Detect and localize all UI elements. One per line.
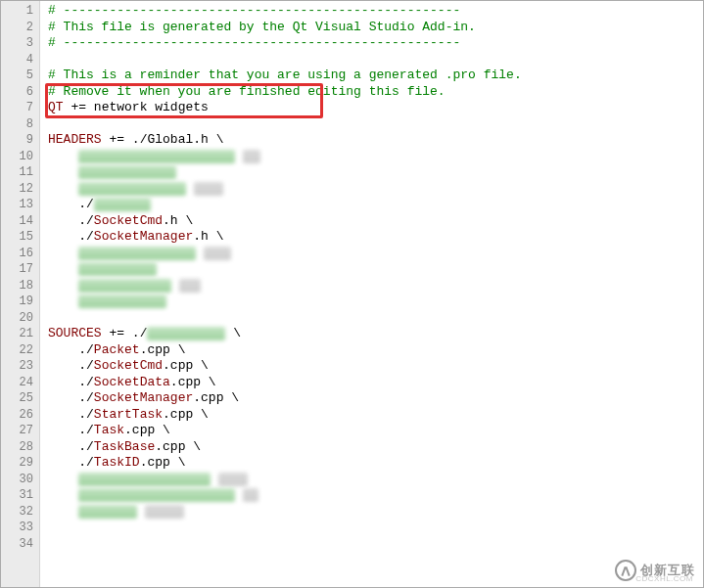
line-number: 27 xyxy=(11,423,33,439)
line-number: 21 xyxy=(11,326,33,342)
variable-name: HEADERS xyxy=(48,132,102,147)
line-number: 5 xyxy=(11,68,33,84)
code-line[interactable] xyxy=(48,520,703,536)
line-number-gutter: 1234567891011121314151617181920212223242… xyxy=(1,1,40,587)
line-number: 23 xyxy=(11,358,33,375)
code-line[interactable] xyxy=(48,294,703,310)
code-line[interactable]: # Remove it when you are finished editin… xyxy=(48,84,703,101)
censored-text xyxy=(78,262,157,276)
censored-text xyxy=(78,279,171,293)
watermark-sub: CDCXHL.COM xyxy=(635,574,693,583)
watermark-logo-icon xyxy=(615,560,636,581)
censored-text xyxy=(243,150,260,163)
line-number: 2 xyxy=(11,20,33,36)
comment-text: # This is a reminder that you are using … xyxy=(48,68,522,82)
line-number: 25 xyxy=(11,390,33,407)
line-number: 26 xyxy=(11,407,33,424)
censored-text xyxy=(78,182,186,196)
code-line[interactable] xyxy=(48,181,703,198)
censored-text xyxy=(204,247,231,260)
code-line[interactable] xyxy=(48,487,703,504)
censored-text xyxy=(145,505,184,519)
censored-text xyxy=(78,165,176,179)
code-line[interactable]: HEADERS += ./Global.h \ xyxy=(48,132,703,149)
value: network widgets xyxy=(94,100,209,114)
line-number: 24 xyxy=(11,375,33,391)
code-line[interactable]: ./SocketCmd.h \ xyxy=(48,213,703,230)
code-line[interactable] xyxy=(48,116,703,133)
code-line[interactable] xyxy=(48,149,703,165)
file-name: SocketData xyxy=(94,375,170,389)
code-line[interactable]: # --------------------------------------… xyxy=(48,35,703,52)
file-name: TaskBase xyxy=(94,439,155,454)
line-number: 17 xyxy=(11,261,33,278)
censored-text xyxy=(78,247,196,260)
line-number: 16 xyxy=(11,246,33,262)
code-line[interactable]: ./TaskBase.cpp \ xyxy=(48,439,703,456)
watermark: 创新互联 CDCXHL.COM xyxy=(615,560,695,581)
operator: += xyxy=(109,132,124,147)
file-name: TaskID xyxy=(94,455,140,470)
file-name: StartTask xyxy=(94,407,163,422)
code-line[interactable]: ./Packet.cpp \ xyxy=(48,342,703,359)
censored-text xyxy=(147,327,225,340)
code-line[interactable] xyxy=(48,278,703,294)
line-number: 20 xyxy=(11,310,33,327)
code-line[interactable] xyxy=(48,472,703,488)
line-number: 18 xyxy=(11,278,33,294)
line-number: 1 xyxy=(11,3,33,20)
file-ext: .cpp \ xyxy=(124,423,170,437)
value: ./Global.h \ xyxy=(132,132,224,147)
line-number: 11 xyxy=(11,164,33,181)
code-line[interactable]: ./TaskID.cpp \ xyxy=(48,455,703,472)
censored-text xyxy=(94,198,151,211)
code-line[interactable]: ./StartTask.cpp \ xyxy=(48,407,703,424)
code-line[interactable] xyxy=(48,52,703,68)
code-line[interactable]: ./SocketManager.h \ xyxy=(48,229,703,246)
code-area[interactable]: # --------------------------------------… xyxy=(40,1,703,587)
code-line[interactable] xyxy=(48,504,703,520)
comment-text: # Remove it when you are finished editin… xyxy=(48,84,446,99)
code-line[interactable]: # This is a reminder that you are using … xyxy=(48,68,703,84)
censored-text xyxy=(194,182,223,196)
code-editor: 1234567891011121314151617181920212223242… xyxy=(1,1,703,587)
code-line[interactable]: ./SocketData.cpp \ xyxy=(48,375,703,391)
code-line[interactable]: QT += network widgets xyxy=(48,100,703,116)
code-line[interactable]: # This file is generated by the Qt Visua… xyxy=(48,20,703,36)
censored-text xyxy=(179,279,201,293)
code-line[interactable]: ./ xyxy=(48,197,703,213)
line-number: 3 xyxy=(11,35,33,52)
code-line[interactable]: ./SocketManager.cpp \ xyxy=(48,390,703,407)
code-line[interactable]: # --------------------------------------… xyxy=(48,3,703,20)
file-name: SocketManager xyxy=(94,229,193,244)
file-ext: .cpp \ xyxy=(163,358,209,373)
censored-text xyxy=(78,488,235,502)
line-number: 15 xyxy=(11,229,33,246)
code-line[interactable] xyxy=(48,310,703,327)
code-line[interactable] xyxy=(48,536,703,553)
line-number: 6 xyxy=(11,84,33,101)
code-line[interactable] xyxy=(48,261,703,278)
line-number: 19 xyxy=(11,294,33,310)
file-ext: .cpp \ xyxy=(170,375,216,389)
file-name: SocketCmd xyxy=(94,358,163,373)
file-ext: .cpp \ xyxy=(155,439,201,454)
line-number: 30 xyxy=(11,472,33,488)
operator: += ./ xyxy=(109,326,147,340)
line-number: 28 xyxy=(11,439,33,456)
line-number: 31 xyxy=(11,487,33,504)
code-line[interactable]: ./Task.cpp \ xyxy=(48,423,703,439)
comment-text: # This file is generated by the Qt Visua… xyxy=(48,20,476,34)
file-name: Task xyxy=(94,423,124,437)
file-ext: .cpp \ xyxy=(140,342,186,357)
line-number: 34 xyxy=(11,536,33,553)
code-line[interactable] xyxy=(48,246,703,262)
line-number: 12 xyxy=(11,181,33,198)
code-line[interactable]: SOURCES += ./ \ xyxy=(48,326,703,342)
line-number: 14 xyxy=(11,213,33,230)
line-number: 4 xyxy=(11,52,33,68)
file-name: SocketCmd xyxy=(94,213,163,228)
line-number: 32 xyxy=(11,504,33,520)
code-line[interactable]: ./SocketCmd.cpp \ xyxy=(48,358,703,375)
code-line[interactable] xyxy=(48,164,703,181)
